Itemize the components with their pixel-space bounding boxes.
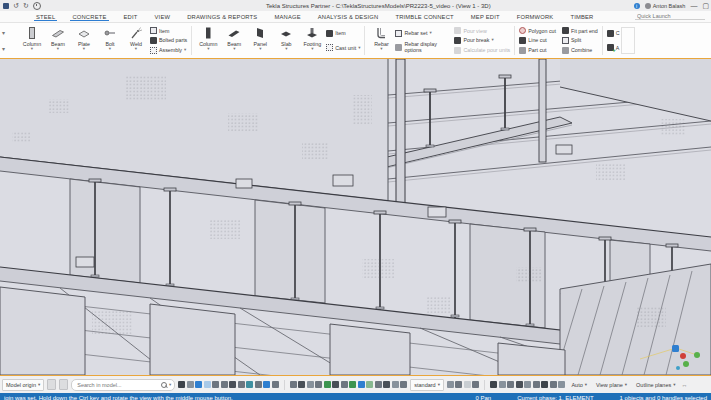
select-all-icon[interactable]	[178, 381, 185, 388]
render-mode-icon[interactable]	[541, 381, 548, 388]
snap-perpendicular-icon[interactable]	[332, 381, 339, 388]
steel-bolt-button[interactable]: Bolt▾	[97, 24, 123, 57]
pour-break-button[interactable]: Pour break▾	[454, 36, 510, 45]
item-button[interactable]: Item	[150, 26, 187, 35]
screenshot-icon[interactable]	[533, 381, 540, 388]
select-active-icon[interactable]	[195, 381, 202, 388]
view-plane-dropdown[interactable]: View plane ▾	[593, 380, 630, 390]
rotate-view-icon[interactable]	[499, 381, 506, 388]
combine-button[interactable]: Combine	[562, 46, 598, 55]
part-cut-button[interactable]: Part cut	[519, 46, 556, 55]
point-tool-icon[interactable]	[447, 381, 454, 388]
workplane-icon[interactable]	[507, 381, 514, 388]
select-reinforcement-icon[interactable]	[255, 381, 262, 388]
camera-icon[interactable]	[558, 381, 565, 388]
rebar-set-button[interactable]: Rebar set▾	[395, 29, 448, 38]
select-grids-icon[interactable]	[229, 381, 236, 388]
workplane-handler-icon[interactable]	[516, 381, 523, 388]
slab-button[interactable]: Slab▾	[273, 24, 299, 57]
steel-plate-button[interactable]: Plate▾	[71, 24, 97, 57]
origin-mini-button-2[interactable]	[59, 379, 68, 390]
select-components-icon[interactable]	[212, 381, 219, 388]
clipped-ribbon-button[interactable]	[621, 27, 635, 54]
tab-mep-edit[interactable]: MEP EDIT	[469, 13, 502, 21]
relative-tool-icon[interactable]	[472, 381, 479, 388]
undo-history-icon[interactable]	[33, 2, 41, 10]
snap-mode-dropdown[interactable]: Auto ▾	[568, 380, 590, 390]
select-parts-icon[interactable]	[187, 381, 194, 388]
selection-filter-dropdown[interactable]: standard ▾	[410, 379, 444, 391]
concrete-item-button[interactable]: Item	[326, 29, 360, 38]
snap-grid-icon[interactable]	[366, 381, 373, 388]
snap-reference-icon[interactable]	[375, 381, 382, 388]
model-search-box[interactable]: ▾	[71, 379, 175, 391]
app-icon[interactable]	[3, 3, 9, 9]
tab-concrete[interactable]: CONCRETE	[70, 13, 108, 21]
toolbar-overflow-icon[interactable]: ↔	[682, 382, 688, 388]
notification-icon[interactable]: i	[634, 3, 640, 9]
select-objects-icon[interactable]	[263, 381, 270, 388]
steel-weld-button[interactable]: Weld▾	[123, 24, 149, 57]
calculate-pour-units-button[interactable]: Calculate pour units	[454, 46, 510, 55]
search-icon[interactable]	[161, 382, 167, 388]
tab-timber[interactable]: TIMBER	[568, 13, 595, 21]
redo-button[interactable]: ↻	[23, 2, 29, 9]
tab-view[interactable]: VIEW	[153, 13, 173, 21]
concrete-component-button[interactable]: C	[607, 29, 620, 38]
fly-mode-icon[interactable]	[490, 381, 497, 388]
model-viewport[interactable]	[0, 58, 711, 376]
rebar-display-options-button[interactable]: Rebar display options	[395, 43, 448, 52]
clip-plane-icon[interactable]	[550, 381, 557, 388]
quick-launch-input[interactable]	[635, 13, 705, 20]
steel-beam-button[interactable]: Beam▾	[45, 24, 71, 57]
tab-edit[interactable]: EDIT	[122, 13, 140, 21]
maximize-button[interactable]: ▢	[702, 2, 709, 9]
snap-zoom-icon[interactable]	[400, 381, 407, 388]
select-filter-icon[interactable]	[272, 381, 279, 388]
snap-end-points-icon[interactable]	[298, 381, 305, 388]
steel-column-button[interactable]: Column▾	[19, 24, 45, 57]
snap-points-icon[interactable]	[290, 381, 297, 388]
tab-steel[interactable]: STEEL	[34, 13, 57, 21]
search-input[interactable]	[75, 381, 159, 389]
snap-center-points-icon[interactable]	[307, 381, 314, 388]
view-list-icon[interactable]	[524, 381, 531, 388]
select-views-icon[interactable]	[221, 381, 228, 388]
tab-formwork[interactable]: FORMWORK	[515, 13, 556, 21]
cast-unit-button[interactable]: Cast unit▾	[326, 43, 360, 52]
ribbon-side-tools[interactable]: ▾▾	[0, 23, 17, 58]
fit-part-end-button[interactable]: Fit part end	[562, 26, 598, 35]
minimize-button[interactable]: —	[690, 2, 697, 9]
snap-depth-icon[interactable]	[392, 381, 399, 388]
undo-button[interactable]: ↺	[13, 2, 19, 9]
line-cut-button[interactable]: Line cut	[519, 36, 556, 45]
tab-drawings-reports[interactable]: DRAWINGS & REPORTS	[185, 13, 259, 21]
snap-nearest-points-icon[interactable]	[349, 381, 356, 388]
assembly-button[interactable]: Assembly▾	[150, 46, 187, 55]
tab-trimble-connect[interactable]: TRIMBLE CONNECT	[393, 13, 455, 21]
add-component-button[interactable]: A	[607, 43, 620, 52]
bolted-parts-button[interactable]: Bolted parts	[150, 36, 187, 45]
origin-mini-button-1[interactable]	[47, 379, 56, 390]
select-joints-icon[interactable]	[246, 381, 253, 388]
snap-any-position-icon[interactable]	[358, 381, 365, 388]
footing-button[interactable]: Footing▾	[299, 24, 325, 57]
tab-analysis-design[interactable]: ANALYSIS & DESIGN	[316, 13, 381, 21]
snap-line-extensions-icon[interactable]	[341, 381, 348, 388]
snap-midpoints-icon[interactable]	[315, 381, 322, 388]
measure-tool-icon[interactable]	[455, 381, 462, 388]
rotation-origin-dropdown[interactable]: Model origin ▾	[2, 379, 44, 391]
rebar-button[interactable]: Rebar▾	[368, 24, 394, 57]
concrete-panel-button[interactable]: Panel▾	[247, 24, 273, 57]
user-account-button[interactable]: Anton Balash	[645, 3, 686, 9]
search-options-icon[interactable]: ▾	[169, 383, 171, 387]
select-grid-lines-icon[interactable]	[238, 381, 245, 388]
snap-override-icon[interactable]	[383, 381, 390, 388]
pour-view-button[interactable]: Pour view	[454, 26, 510, 35]
concrete-beam-button[interactable]: Beam▾	[221, 24, 247, 57]
ortho-tool-icon[interactable]	[464, 381, 471, 388]
tab-manage[interactable]: MANAGE	[272, 13, 302, 21]
polygon-cut-button[interactable]: Polygon cut	[519, 26, 556, 35]
split-button[interactable]: Split	[562, 36, 598, 45]
concrete-column-button[interactable]: Column▾	[195, 24, 221, 57]
